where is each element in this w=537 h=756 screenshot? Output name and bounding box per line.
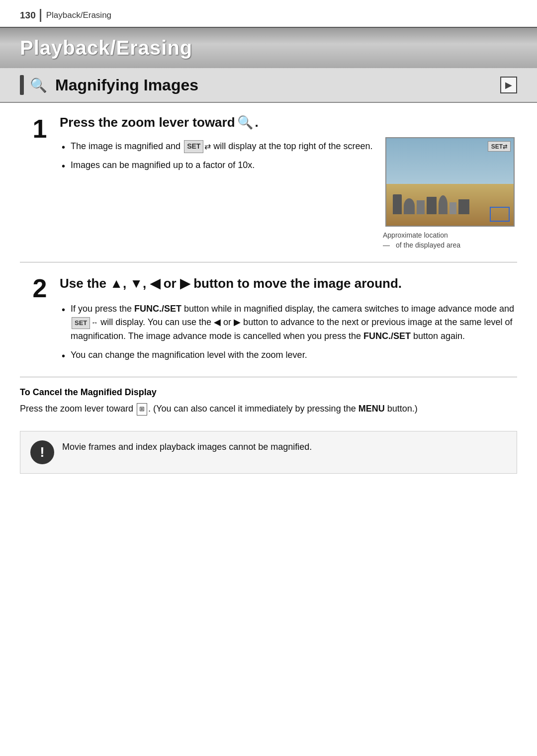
section-header: 🔍 Magnifying Images ▶ xyxy=(0,68,537,103)
step-1-inner: The image is magnified and SET⇄ will dis… xyxy=(60,137,517,250)
zoom-in-icon: 🔍 xyxy=(237,115,253,130)
step-1-block: 1 Press the zoom lever toward 🔍 . The im… xyxy=(20,103,517,262)
section-bar xyxy=(20,75,24,95)
step-2-bullets: If you press the FUNC./SET button while … xyxy=(60,300,517,365)
warning-icon: ! xyxy=(30,440,54,464)
section-title: Magnifying Images xyxy=(55,76,198,94)
menu-bold: MENU xyxy=(358,404,385,414)
caption-line-1: Approximate location xyxy=(383,231,448,241)
exclamation-icon: ! xyxy=(40,444,44,460)
preview-location-indicator xyxy=(490,207,510,222)
chapter-title: Playback/Erasing xyxy=(20,37,192,59)
step-1-number-col: 1 xyxy=(20,115,60,250)
step-2-number-col: 2 xyxy=(20,274,60,365)
step-1-bullet-1: The image is magnified and SET⇄ will dis… xyxy=(60,137,373,156)
func-set-bold-2: FUNC./SET xyxy=(363,331,411,341)
page-number: 130 xyxy=(20,10,36,21)
step-1-heading-period: . xyxy=(255,115,259,130)
step-2-block: 2 Use the ▲, ▼, ◀ or ▶ button to move th… xyxy=(20,262,517,377)
search-icon: 🔍 xyxy=(30,77,47,93)
preview-set-badge: SET⇄ xyxy=(488,141,511,152)
caption-dash: — xyxy=(383,241,390,251)
set-icon-badge: SET xyxy=(184,140,203,153)
step-2-bullet-1: If you press the FUNC./SET button while … xyxy=(60,300,517,346)
warning-text: Movie frames and index playback images c… xyxy=(62,440,507,454)
step-2-number: 2 xyxy=(33,275,47,301)
playback-mode-icon: ▶ xyxy=(500,77,517,93)
step-1-number: 1 xyxy=(33,116,47,142)
breadcrumb-bar: 130 Playback/Erasing xyxy=(0,0,537,28)
image-caption: Approximate location — of the displayed … xyxy=(383,231,517,250)
warning-box: ! Movie frames and index playback images… xyxy=(20,431,517,474)
page: 130 Playback/Erasing Playback/Erasing 🔍 … xyxy=(0,0,537,756)
cancel-section: To Cancel the Magnified Display Press th… xyxy=(20,377,517,421)
breadcrumb-divider xyxy=(40,9,41,22)
step-1-heading-text: Press the zoom lever toward xyxy=(60,115,235,130)
section-title-wrap: 🔍 Magnifying Images xyxy=(20,75,198,95)
step-1-bullet-2: Images can be magnified up to a factor o… xyxy=(60,156,373,175)
step-2-bullet-2: You can change the magnification level w… xyxy=(60,346,517,365)
caption-line-2: of the displayed area xyxy=(396,241,460,251)
camera-preview-image: SET⇄ xyxy=(385,137,515,227)
step-1-text: The image is magnified and SET⇄ will dis… xyxy=(60,137,373,250)
step-1-image-area: SET⇄ xyxy=(383,137,517,250)
content-area: 1 Press the zoom lever toward 🔍 . The im… xyxy=(0,103,537,489)
playback-icon: ▶ xyxy=(505,80,512,90)
breadcrumb-text: Playback/Erasing xyxy=(46,10,111,20)
cancel-text: Press the zoom lever toward ⊞. (You can … xyxy=(20,402,517,416)
cancel-title: To Cancel the Magnified Display xyxy=(20,387,517,398)
set-move-badge: SET xyxy=(72,317,90,329)
chapter-banner: Playback/Erasing xyxy=(0,28,537,68)
step-1-content: Press the zoom lever toward 🔍 . The imag… xyxy=(60,115,517,250)
step-2-heading: Use the ▲, ▼, ◀ or ▶ button to move the … xyxy=(60,274,517,292)
func-set-bold-1: FUNC./SET xyxy=(134,304,181,314)
wide-angle-icon: ⊞ xyxy=(137,403,147,416)
step-1-bullets: The image is magnified and SET⇄ will dis… xyxy=(60,137,373,175)
step-1-heading: Press the zoom lever toward 🔍 . xyxy=(60,115,517,130)
step-2-content: Use the ▲, ▼, ◀ or ▶ button to move the … xyxy=(60,274,517,365)
